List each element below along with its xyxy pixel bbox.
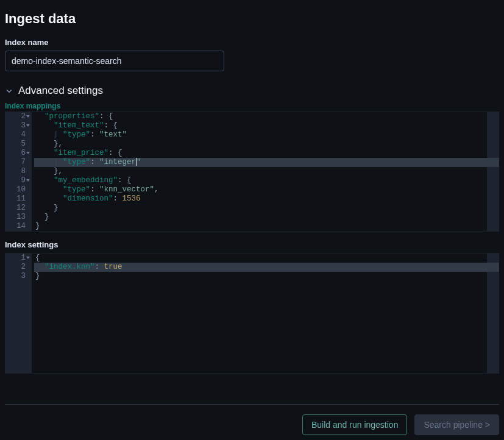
index-name-input[interactable] bbox=[5, 51, 224, 71]
index-mappings-editor[interactable]: 234567891011121314 "properties": { "item… bbox=[5, 112, 499, 232]
gutter-line: 7 bbox=[5, 158, 30, 167]
gutter-line: 5 bbox=[5, 140, 30, 149]
advanced-settings-label: Advanced settings bbox=[18, 85, 103, 97]
gutter-line: 3 bbox=[5, 272, 30, 281]
search-pipeline-button: Search pipeline > bbox=[414, 414, 499, 435]
gutter-line: 2 bbox=[5, 112, 30, 121]
code-line[interactable]: }, bbox=[34, 167, 487, 176]
page-title: Ingest data bbox=[5, 11, 499, 27]
code-line[interactable]: "item_text": { bbox=[34, 121, 487, 130]
gutter-line: 13 bbox=[5, 213, 30, 222]
code-line[interactable]: "dimension": 1536 bbox=[34, 194, 487, 204]
build-run-ingestion-button[interactable]: Build and run ingestion bbox=[302, 414, 407, 435]
gutter-line: 8 bbox=[5, 167, 30, 176]
code-line[interactable]: } bbox=[34, 222, 487, 231]
code-line[interactable]: { bbox=[34, 254, 487, 263]
gutter-line: 1 bbox=[5, 254, 30, 263]
code-line[interactable]: | "type": "text" bbox=[34, 130, 487, 140]
gutter-line: 6 bbox=[5, 149, 30, 158]
index-mappings-label: Index mappings bbox=[5, 102, 499, 110]
code-line[interactable]: }, bbox=[34, 140, 487, 149]
code-line[interactable]: "index.knn": true bbox=[34, 263, 499, 272]
code-line[interactable]: "type": "knn_vector", bbox=[34, 185, 487, 194]
advanced-settings-toggle[interactable]: Advanced settings bbox=[5, 85, 499, 97]
footer-actions: Build and run ingestion Search pipeline … bbox=[5, 404, 499, 435]
code-line[interactable]: } bbox=[34, 213, 487, 222]
gutter-line: 2 bbox=[5, 263, 30, 272]
code-line[interactable]: | "type": "integer" bbox=[34, 158, 499, 167]
gutter-line: 14 bbox=[5, 222, 30, 231]
code-line[interactable]: } bbox=[34, 204, 487, 213]
index-settings-label: Index settings bbox=[5, 240, 499, 249]
gutter-line: 3 bbox=[5, 121, 30, 130]
code-line[interactable]: "my_embedding": { bbox=[34, 176, 487, 185]
gutter-line: 4 bbox=[5, 130, 30, 140]
chevron-down-icon bbox=[5, 87, 13, 95]
index-name-label: Index name bbox=[5, 38, 499, 47]
gutter-line: 11 bbox=[5, 194, 30, 204]
code-line[interactable]: "item_price": { bbox=[34, 149, 487, 158]
gutter-line: 10 bbox=[5, 185, 30, 194]
gutter-line: 9 bbox=[5, 176, 30, 185]
code-line[interactable]: "properties": { bbox=[34, 112, 487, 121]
index-settings-editor[interactable]: 123 { "index.knn": true} bbox=[5, 253, 499, 374]
gutter-line: 12 bbox=[5, 204, 30, 213]
code-line[interactable]: } bbox=[34, 272, 487, 281]
